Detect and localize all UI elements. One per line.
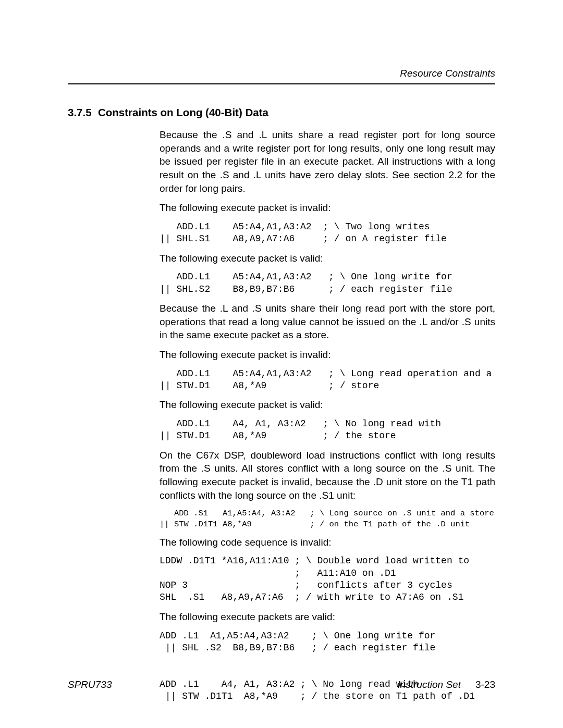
section-number: 3.7.5	[68, 106, 98, 119]
paragraph: Because the .S and .L units share a read…	[160, 128, 495, 195]
section-heading: 3.7.5Constraints on Long (40-Bit) Data	[68, 106, 495, 119]
footer-page-number: 3-23	[475, 679, 495, 690]
header-rule	[68, 83, 495, 84]
section-body: Because the .S and .L units share a read…	[160, 128, 495, 703]
paragraph: The following execute packet is invalid:	[160, 201, 495, 215]
code-block: ADD.L1 A5:A4,A1,A3:A2 ; \ Long read oper…	[160, 368, 495, 392]
paragraph: The following execute packet is valid:	[160, 398, 495, 412]
code-block: ADD.L1 A5:A4,A1,A3:A2 ; \ Two long write…	[160, 221, 495, 245]
paragraph: On the C67x DSP, doubleword load instruc…	[160, 449, 495, 502]
code-block: ADD .S1 A1,A5:A4, A3:A2 ; \ Long source …	[160, 508, 495, 529]
paragraph: The following execute packets are valid:	[160, 610, 495, 624]
page-footer: SPRU733 Instruction Set3-23	[68, 679, 495, 690]
section-title: Constraints on Long (40-Bit) Data	[98, 106, 268, 118]
paragraph: The following execute packet is invalid:	[160, 348, 495, 362]
paragraph: The following execute packet is valid:	[160, 252, 495, 265]
running-header: Resource Constraints	[68, 68, 495, 79]
paragraph: Because the .L and .S units share their …	[160, 302, 495, 342]
footer-doc-id: SPRU733	[68, 679, 112, 690]
code-block: ADD .L1 A1,A5:A4,A3:A2 ; \ One long writ…	[160, 630, 495, 703]
footer-chapter: Instruction Set	[398, 679, 461, 690]
code-block: ADD.L1 A5:A4,A1,A3:A2 ; \ One long write…	[160, 271, 495, 295]
code-block: LDDW .D1T1 *A16,A11:A10 ; \ Double word …	[160, 555, 495, 604]
paragraph: The following code sequence is invalid:	[160, 536, 495, 549]
footer-right: Instruction Set3-23	[398, 679, 495, 690]
code-block: ADD.L1 A4, A1, A3:A2 ; \ No long read wi…	[160, 418, 495, 442]
page: Resource Constraints 3.7.5Constraints on…	[0, 0, 563, 728]
